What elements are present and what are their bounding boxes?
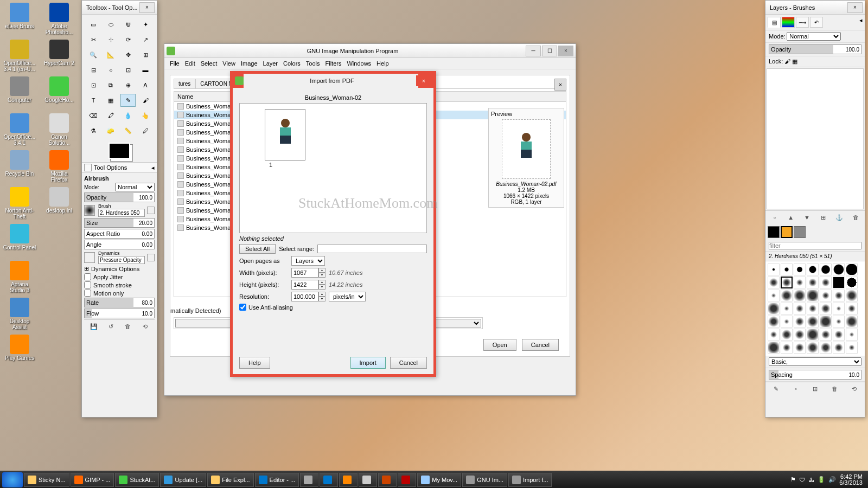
menu-file[interactable]: File — [170, 60, 180, 67]
brush-item[interactable] — [833, 329, 845, 341]
tool-button[interactable]: ✥ — [120, 48, 136, 61]
width-down-icon[interactable]: ▾ — [318, 273, 326, 278]
desktop-icon[interactable]: desktop.ini — [42, 187, 76, 221]
brush-item[interactable] — [807, 329, 819, 341]
brush-preset-select[interactable]: Basic, — [769, 357, 861, 366]
gimp-titlebar[interactable]: GNU Image Manipulation Program ─ ☐ × — [164, 44, 576, 58]
restore-preset-icon[interactable]: ↺ — [106, 322, 115, 331]
color-swatch[interactable] — [108, 143, 130, 159]
tool-button[interactable]: ⟐ — [103, 63, 118, 76]
menu-tools[interactable]: Tools — [306, 60, 320, 67]
angle-slider[interactable]: Angle0.00 — [84, 240, 155, 249]
res-down-icon[interactable]: ▾ — [318, 297, 326, 301]
brush-select[interactable]: 2. Hardness 050 — [98, 209, 145, 217]
brush-item[interactable] — [781, 277, 793, 288]
tool-button[interactable]: ↗ — [138, 33, 153, 46]
new-layer-icon[interactable]: ▫ — [770, 213, 779, 222]
brush-item[interactable] — [820, 290, 832, 301]
brush-item[interactable] — [820, 277, 832, 288]
flow-slider[interactable]: Flow10.0 — [84, 309, 155, 318]
close-button[interactable]: × — [558, 46, 573, 56]
brush-item[interactable] — [833, 342, 845, 354]
swatch-gray[interactable] — [794, 226, 806, 238]
open-button[interactable]: Open — [483, 339, 516, 351]
delete-preset-icon[interactable]: 🗑 — [124, 322, 132, 331]
desktop-icon[interactable]: Adobe Photosho... — [42, 3, 76, 36]
brush-item[interactable] — [794, 316, 806, 328]
tool-button[interactable]: ✂ — [86, 33, 101, 46]
motion-only-checkbox[interactable] — [84, 290, 91, 297]
swatch-black[interactable] — [768, 226, 780, 238]
layers-tab[interactable]: ▤ — [768, 17, 781, 28]
menu-windows[interactable]: Windows — [347, 60, 371, 67]
desktop-icon[interactable]: Control Panel — [3, 224, 36, 258]
save-preset-icon[interactable]: 💾 — [90, 322, 98, 331]
channels-tab[interactable] — [782, 17, 795, 28]
tool-button[interactable]: 🖌 — [138, 94, 153, 107]
taskbar-item[interactable] — [300, 473, 318, 487]
anchor-layer-icon[interactable]: ⚓ — [835, 213, 844, 222]
menu-colors[interactable]: Colors — [283, 60, 301, 67]
select-range-input[interactable] — [317, 245, 427, 253]
lower-layer-icon[interactable]: ▼ — [803, 213, 812, 222]
brush-item[interactable] — [768, 264, 780, 275]
menu-filters[interactable]: Filters — [326, 60, 342, 67]
tool-button[interactable]: A — [138, 79, 153, 92]
taskbar-item[interactable]: Update [... — [160, 473, 206, 487]
height-input[interactable] — [291, 280, 318, 290]
cancel-button[interactable]: Cancel — [522, 339, 559, 351]
brush-edit-icon[interactable] — [147, 207, 155, 214]
taskbar-item[interactable] — [378, 473, 397, 487]
brush-item[interactable] — [807, 277, 819, 288]
brush-filter-input[interactable] — [769, 242, 861, 249]
help-button[interactable]: Help — [239, 357, 270, 369]
size-slider[interactable]: Size20.00 — [84, 218, 155, 228]
tool-button[interactable]: ✦ — [138, 18, 153, 31]
brush-item[interactable] — [833, 277, 845, 288]
lock-alpha-icon[interactable]: ▦ — [792, 58, 797, 65]
menu-edit[interactable]: Edit — [185, 60, 195, 67]
brush-item[interactable] — [794, 329, 806, 341]
brush-item[interactable] — [820, 303, 832, 314]
undo-tab[interactable]: ↶ — [810, 17, 823, 28]
brush-item[interactable] — [794, 264, 806, 275]
import-cancel-button[interactable]: Cancel — [390, 357, 427, 369]
tray-network-icon[interactable]: 🖧 — [808, 477, 814, 483]
maximize-button[interactable]: ☐ — [542, 46, 557, 56]
dynamics-options-expander[interactable]: ⊞Dynamics Options — [84, 265, 155, 272]
width-input[interactable] — [291, 268, 318, 278]
width-up-icon[interactable]: ▴ — [318, 268, 326, 273]
brush-item[interactable] — [768, 303, 780, 314]
height-up-icon[interactable]: ▴ — [318, 280, 326, 285]
tool-button[interactable]: ▭ — [86, 18, 101, 31]
delete-brush-icon[interactable]: 🗑 — [830, 384, 839, 393]
edit-brush-icon[interactable]: ✎ — [772, 384, 781, 393]
menu-help[interactable]: Help — [376, 60, 389, 67]
layer-opacity-slider[interactable]: Opacity100.0 — [769, 44, 861, 54]
brush-item[interactable] — [768, 290, 780, 301]
duplicate-layer-icon[interactable]: ⊞ — [819, 213, 827, 222]
start-button[interactable] — [2, 472, 23, 487]
brush-item[interactable] — [781, 290, 793, 301]
lock-pixels-icon[interactable]: 🖌 — [784, 58, 790, 65]
brush-item[interactable] — [807, 316, 819, 328]
tool-button[interactable]: 📐 — [103, 48, 118, 61]
desktop-icon[interactable]: Desktop Assist — [3, 298, 36, 331]
import-close-button[interactable]: × — [416, 75, 431, 86]
brush-item[interactable] — [794, 277, 806, 288]
brush-item[interactable] — [846, 277, 858, 288]
tool-button[interactable]: ⊹ — [103, 33, 118, 46]
duplicate-brush-icon[interactable]: ⊞ — [810, 384, 819, 393]
desktop-icon[interactable]: Recycle Bin — [3, 150, 36, 184]
desktop-icon[interactable]: Computer — [3, 76, 36, 110]
tool-options-menu-icon[interactable]: ◂ — [151, 164, 155, 171]
minimize-button[interactable]: ─ — [526, 46, 541, 56]
file-chooser-close-icon[interactable]: × — [554, 79, 566, 91]
taskbar-item[interactable] — [339, 473, 358, 487]
reset-preset-icon[interactable]: ⟲ — [141, 322, 149, 331]
tool-button[interactable]: 🖍 — [103, 109, 118, 122]
opacity-slider[interactable]: Opacity100.0 — [84, 192, 155, 202]
brush-item[interactable] — [820, 316, 832, 328]
brush-item[interactable] — [781, 264, 793, 275]
tool-button[interactable]: ⬭ — [103, 18, 118, 31]
